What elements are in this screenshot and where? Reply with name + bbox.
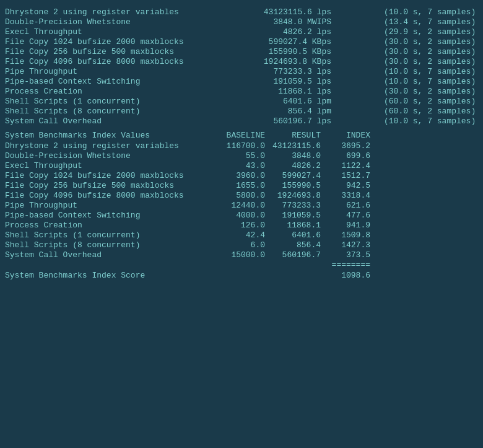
bench-extra: (30.0 s, 2 samples) — [379, 47, 478, 56]
index-row: File Copy 256 bufsize 500 maxblocks1655.… — [5, 181, 478, 190]
benchmark-section: Dhrystone 2 using register variables4312… — [5, 7, 478, 126]
equals-baseline — [209, 260, 265, 270]
benchmark-row: File Copy 4096 bufsize 8000 maxblocks192… — [5, 57, 478, 66]
bench-value: 155990.5 KBps — [257, 47, 331, 56]
index-row-result: 560196.7 — [265, 250, 321, 260]
index-row-index: 1122.4 — [321, 161, 370, 170]
index-row-name: Pipe Throughput — [5, 201, 209, 210]
bench-value: 599027.4 KBps — [257, 37, 331, 46]
index-row-index: 1427.3 — [321, 240, 370, 250]
index-row-index: 941.9 — [321, 221, 370, 230]
bench-value: 773233.3 lps — [257, 67, 331, 76]
bench-value: 3848.0 MWIPS — [257, 17, 331, 27]
index-row-result: 155990.5 — [265, 181, 321, 190]
bench-value: 560196.7 lps — [257, 116, 331, 126]
index-header-result: RESULT — [265, 131, 321, 140]
bench-extra: (10.0 s, 7 samples) — [379, 77, 478, 86]
index-row: Pipe Throughput12440.0773233.3621.6 — [5, 201, 478, 210]
index-row-baseline: 1655.0 — [209, 181, 265, 190]
equals-value: ======== — [321, 260, 370, 270]
index-row-name: Shell Scripts (1 concurrent) — [5, 231, 209, 240]
benchmark-row: Pipe Throughput773233.3 lps (10.0 s, 7 s… — [5, 67, 478, 76]
index-row-name: Execl Throughput — [5, 161, 209, 170]
index-row-result: 3848.0 — [265, 151, 321, 160]
index-row-result: 1924693.8 — [265, 191, 321, 200]
bench-extra: (30.0 s, 2 samples) — [379, 57, 478, 66]
index-row-index: 477.6 — [321, 211, 370, 220]
index-row-index: 373.5 — [321, 250, 370, 260]
index-row-index: 1509.8 — [321, 231, 370, 240]
index-row-name: File Copy 4096 bufsize 8000 maxblocks — [5, 191, 209, 200]
bench-extra: (10.0 s, 7 samples) — [379, 7, 478, 17]
index-header-baseline: BASELINE — [209, 131, 265, 140]
index-row-baseline: 6.0 — [209, 240, 265, 250]
benchmark-row: Double-Precision Whetstone3848.0 MWIPS(1… — [5, 17, 478, 27]
index-row-baseline: 42.4 — [209, 231, 265, 240]
index-row-index: 3318.4 — [321, 191, 370, 200]
bench-value: 6401.6 lpm — [257, 97, 331, 106]
bench-extra: (60.0 s, 2 samples) — [379, 107, 478, 116]
bench-extra: (30.0 s, 2 samples) — [379, 37, 478, 46]
index-row-result: 856.4 — [265, 240, 321, 250]
index-row: Double-Precision Whetstone55.03848.0699.… — [5, 151, 478, 160]
bench-value: 856.4 lpm — [257, 107, 331, 116]
bench-name: Shell Scripts (1 concurrent) — [5, 97, 209, 106]
benchmark-row: File Copy 1024 bufsize 2000 maxblocks599… — [5, 37, 478, 46]
index-row-result: 6401.6 — [265, 231, 321, 240]
index-row-name: Shell Scripts (8 concurrent) — [5, 240, 209, 250]
index-row-result: 191059.5 — [265, 211, 321, 220]
equals-row: ======== — [5, 260, 478, 270]
benchmark-row: Execl Throughput4826.2 lps (29.9 s, 2 sa… — [5, 27, 478, 37]
bench-extra: (10.0 s, 7 samples) — [379, 116, 478, 126]
index-row: Shell Scripts (1 concurrent)42.46401.615… — [5, 231, 478, 240]
bench-name: File Copy 1024 bufsize 2000 maxblocks — [5, 37, 209, 46]
bench-name: Dhrystone 2 using register variables — [5, 7, 209, 17]
final-score-value: 1098.6 — [321, 271, 370, 280]
index-row-result: 11868.1 — [265, 221, 321, 230]
bench-extra: (30.0 s, 2 samples) — [379, 87, 478, 96]
index-row-baseline: 116700.0 — [209, 141, 265, 151]
index-row-name: System Call Overhead — [5, 250, 209, 260]
bench-extra: (10.0 s, 7 samples) — [379, 67, 478, 76]
index-row-baseline: 55.0 — [209, 151, 265, 160]
bench-value: 191059.5 lps — [257, 77, 331, 86]
bench-name: Pipe-based Context Switching — [5, 77, 209, 86]
equals-result — [265, 260, 321, 270]
index-row-name: File Copy 1024 bufsize 2000 maxblocks — [5, 171, 209, 180]
benchmark-row: Dhrystone 2 using register variables4312… — [5, 7, 478, 17]
index-row-baseline: 12440.0 — [209, 201, 265, 210]
index-table-header: System Benchmarks Index ValuesBASELINERE… — [5, 131, 478, 140]
index-row-index: 621.6 — [321, 201, 370, 210]
index-row: System Call Overhead15000.0560196.7373.5 — [5, 250, 478, 260]
index-row: Dhrystone 2 using register variables1167… — [5, 141, 478, 151]
index-row: Pipe-based Context Switching4000.0191059… — [5, 211, 478, 220]
index-row-result: 4826.2 — [265, 161, 321, 170]
index-row-index: 1512.7 — [321, 171, 370, 180]
bench-name: Process Creation — [5, 87, 209, 96]
benchmark-row: File Copy 256 bufsize 500 maxblocks15599… — [5, 47, 478, 56]
index-header-name: System Benchmarks Index Values — [5, 131, 209, 140]
final-score-row: System Benchmarks Index Score1098.6 — [5, 271, 478, 280]
index-row-index: 942.5 — [321, 181, 370, 190]
index-row: Process Creation126.011868.1941.9 — [5, 221, 478, 230]
bench-value: 4826.2 lps — [257, 27, 331, 37]
bench-name: System Call Overhead — [5, 116, 209, 126]
bench-extra: (60.0 s, 2 samples) — [379, 97, 478, 106]
bench-name: Execl Throughput — [5, 27, 209, 37]
index-row: Execl Throughput43.04826.21122.4 — [5, 161, 478, 170]
index-header-index: INDEX — [321, 131, 370, 140]
index-row-name: Dhrystone 2 using register variables — [5, 141, 209, 151]
bench-extra: (29.9 s, 2 samples) — [379, 27, 478, 37]
bench-name: Double-Precision Whetstone — [5, 17, 209, 27]
index-row-name: Pipe-based Context Switching — [5, 211, 209, 220]
index-row-baseline: 15000.0 — [209, 250, 265, 260]
index-row: File Copy 1024 bufsize 2000 maxblocks396… — [5, 171, 478, 180]
bench-name: File Copy 256 bufsize 500 maxblocks — [5, 47, 209, 56]
bench-value: 1924693.8 KBps — [257, 57, 331, 66]
index-row-baseline: 3960.0 — [209, 171, 265, 180]
benchmark-row: Shell Scripts (8 concurrent)856.4 lpm (6… — [5, 107, 478, 116]
benchmark-row: System Call Overhead560196.7 lps (10.0 s… — [5, 116, 478, 126]
bench-value: 11868.1 lps — [257, 87, 331, 96]
index-row: File Copy 4096 bufsize 8000 maxblocks580… — [5, 191, 478, 200]
index-row-baseline: 43.0 — [209, 161, 265, 170]
